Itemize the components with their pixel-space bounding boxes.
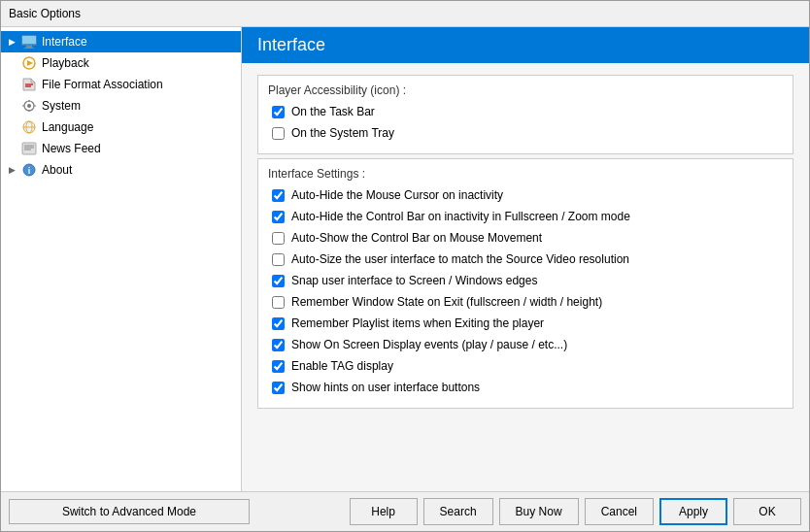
checkbox-label-auto-show-control[interactable]: Auto-Show the Control Bar on Mouse Movem…: [291, 231, 542, 245]
checkbox-item-show-hints: Show hints on user interface buttons: [268, 379, 783, 396]
help-button[interactable]: Help: [350, 498, 418, 525]
expand-arrow-icon: ▶: [9, 165, 20, 175]
sidebar-item-label: System: [42, 99, 81, 113]
interface-icon: [20, 34, 38, 50]
search-button[interactable]: Search: [423, 498, 493, 525]
svg-text:i: i: [28, 166, 31, 176]
sidebar-item-label: News Feed: [42, 142, 101, 155]
checkbox-label-taskbar[interactable]: On the Task Bar: [291, 105, 375, 118]
window-title: Basic Options: [9, 7, 81, 20]
checkbox-label-show-osd[interactable]: Show On Screen Display events (play / pa…: [291, 338, 567, 351]
sidebar-item-language[interactable]: Language: [1, 116, 241, 138]
checkbox-item-auto-show-control: Auto-Show the Control Bar on Mouse Movem…: [268, 229, 783, 247]
checkbox-item-remember-window: Remember Window State on Exit (fullscree…: [268, 293, 783, 311]
sidebar-item-label: About: [42, 163, 72, 177]
checkbox-auto-size-ui[interactable]: [272, 253, 285, 266]
accessibility-label: Player Accessibility (icon) :: [268, 83, 783, 97]
sidebar: ▶Interface Playback File Format Associat…: [1, 27, 242, 491]
interface-settings-label: Interface Settings :: [268, 167, 783, 181]
file-format-icon: [20, 77, 38, 92]
sidebar-item-news-feed[interactable]: News Feed: [1, 138, 241, 159]
checkbox-label-remember-playlist[interactable]: Remember Playlist items when Exiting the…: [291, 316, 544, 330]
checkbox-systray[interactable]: [272, 127, 285, 140]
checkbox-label-enable-tag[interactable]: Enable TAG display: [291, 359, 393, 373]
checkbox-snap-ui[interactable]: [272, 275, 285, 287]
checkbox-taskbar[interactable]: [272, 106, 285, 118]
panel-content: Player Accessibility (icon) : On the Tas…: [242, 63, 809, 491]
playback-icon: [20, 55, 38, 71]
buynow-button[interactable]: Buy Now: [499, 498, 579, 525]
main-window: Basic Options ▶Interface Playback File F…: [0, 0, 810, 532]
sidebar-item-about[interactable]: ▶iAbout: [1, 159, 241, 181]
checkbox-show-hints[interactable]: [272, 382, 285, 394]
checkbox-auto-hide-control[interactable]: [272, 211, 285, 223]
ok-button[interactable]: OK: [733, 498, 801, 525]
sidebar-item-label: Language: [42, 120, 93, 134]
switch-advanced-button[interactable]: Switch to Advanced Mode: [9, 499, 250, 524]
checkbox-item-auto-hide-cursor: Auto-Hide the Mouse Cursor on inactivity: [268, 186, 783, 204]
system-icon: [20, 98, 38, 114]
checkbox-item-taskbar: On the Task Bar: [268, 103, 783, 120]
checkbox-label-auto-size-ui[interactable]: Auto-Size the user interface to match th…: [291, 252, 629, 266]
checkbox-item-enable-tag: Enable TAG display: [268, 357, 783, 375]
checkbox-item-snap-ui: Snap user interface to Screen / Windows …: [268, 272, 783, 289]
svg-rect-2: [26, 46, 32, 48]
cancel-button[interactable]: Cancel: [585, 498, 654, 525]
player-accessibility-group: Player Accessibility (icon) : On the Tas…: [257, 75, 793, 154]
right-panel: Interface Player Accessibility (icon) : …: [242, 27, 809, 491]
checkbox-label-show-hints[interactable]: Show hints on user interface buttons: [291, 381, 480, 394]
sidebar-item-label: Playback: [42, 56, 89, 70]
checkbox-label-auto-hide-cursor[interactable]: Auto-Hide the Mouse Cursor on inactivity: [291, 188, 503, 202]
sidebar-item-system[interactable]: System: [1, 95, 241, 116]
svg-point-9: [27, 104, 31, 108]
apply-button[interactable]: Apply: [659, 498, 727, 525]
footer: Switch to Advanced Mode Help Search Buy …: [1, 491, 809, 531]
checkbox-item-show-osd: Show On Screen Display events (play / pa…: [268, 336, 783, 353]
checkbox-remember-playlist[interactable]: [272, 317, 285, 330]
checkbox-auto-show-control[interactable]: [272, 232, 285, 245]
sidebar-item-label: File Format Association: [42, 78, 163, 91]
checkbox-item-auto-hide-control: Auto-Hide the Control Bar on inactivity …: [268, 208, 783, 225]
svg-rect-3: [24, 48, 34, 49]
news-feed-icon: [20, 141, 38, 156]
checkbox-label-auto-hide-control[interactable]: Auto-Hide the Control Bar on inactivity …: [291, 210, 630, 223]
footer-right: Help Search Buy Now Cancel Apply OK: [253, 498, 801, 525]
svg-rect-1: [22, 36, 36, 44]
svg-rect-17: [22, 143, 36, 154]
panel-title: Interface: [257, 35, 325, 54]
checkbox-item-systray: On the System Tray: [268, 124, 783, 142]
main-content: ▶Interface Playback File Format Associat…: [1, 27, 809, 491]
checkbox-remember-window[interactable]: [272, 296, 285, 309]
checkbox-label-snap-ui[interactable]: Snap user interface to Screen / Windows …: [291, 274, 537, 287]
checkbox-item-auto-size-ui: Auto-Size the user interface to match th…: [268, 250, 783, 268]
panel-header: Interface: [242, 27, 809, 63]
checkbox-label-systray[interactable]: On the System Tray: [291, 126, 394, 140]
sidebar-item-file-format[interactable]: File Format Association: [1, 74, 241, 95]
interface-settings-group: Interface Settings : Auto-Hide the Mouse…: [257, 158, 793, 409]
footer-left: Switch to Advanced Mode: [9, 499, 250, 524]
about-icon: i: [20, 162, 38, 178]
checkbox-show-osd[interactable]: [272, 339, 285, 351]
language-icon: [20, 119, 38, 135]
checkbox-label-remember-window[interactable]: Remember Window State on Exit (fullscree…: [291, 295, 602, 309]
sidebar-item-label: Interface: [42, 35, 87, 49]
checkbox-auto-hide-cursor[interactable]: [272, 189, 285, 202]
checkbox-item-remember-playlist: Remember Playlist items when Exiting the…: [268, 315, 783, 332]
svg-marker-5: [27, 60, 33, 66]
expand-arrow-icon: ▶: [9, 37, 20, 47]
checkbox-enable-tag[interactable]: [272, 360, 285, 373]
sidebar-item-playback[interactable]: Playback: [1, 52, 241, 74]
title-bar: Basic Options: [1, 1, 809, 27]
sidebar-item-interface[interactable]: ▶Interface: [1, 31, 241, 52]
